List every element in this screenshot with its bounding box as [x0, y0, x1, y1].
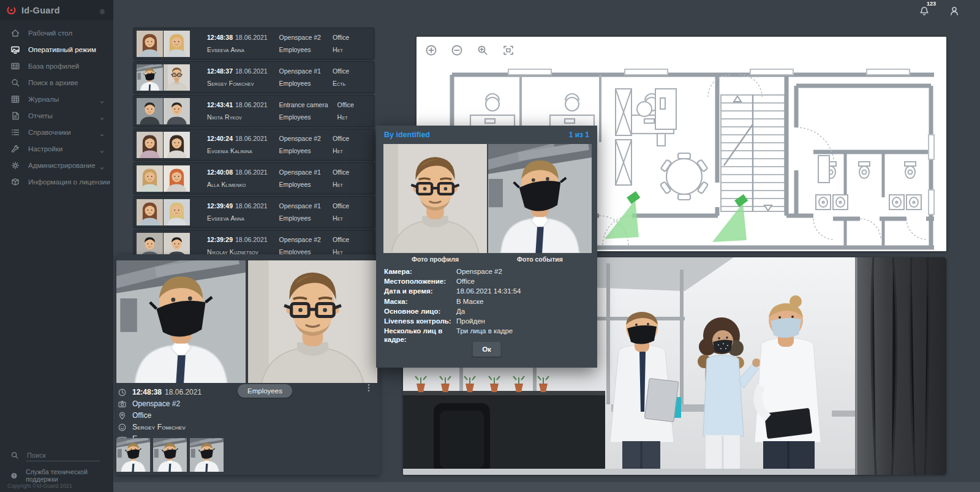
kebab-menu-icon[interactable]: [366, 140, 374, 149]
event-row-4[interactable]: 12:40:2418.06.2021 Evgenia Kalinina Open…: [134, 129, 374, 161]
face-icon: [195, 147, 203, 155]
zoom-in-icon[interactable]: [425, 44, 437, 56]
sidebar-item-2[interactable]: Оперативный режим: [0, 41, 113, 58]
search-icon: [10, 451, 19, 460]
person-name: Evseeva Anna: [207, 214, 244, 222]
camera-icon: [268, 135, 276, 143]
location-pin-icon: [326, 101, 334, 109]
kebab-menu-icon[interactable]: [366, 173, 374, 183]
horizontal-scrollbar[interactable]: [113, 482, 980, 492]
person-name: Evseeva Anna: [207, 46, 244, 53]
mask-status: Нет: [333, 214, 343, 222]
camera-name: Openspace #2: [279, 236, 321, 243]
detail-location: Office: [132, 411, 151, 420]
profile-photo: [164, 199, 190, 225]
event-photo: [137, 64, 163, 91]
location-name: Office: [333, 67, 349, 75]
event-photo: [137, 165, 163, 192]
event-thumbnail[interactable]: [153, 438, 187, 472]
sidebar-item-5[interactable]: Журналы: [0, 91, 113, 107]
modal-field-row: Камера: Openspace #2: [384, 268, 589, 276]
chevron-down-icon: [99, 113, 105, 118]
clock-icon: [118, 388, 127, 397]
kebab-menu-icon[interactable]: [366, 207, 374, 217]
fit-screen-icon[interactable]: [502, 44, 514, 56]
face-icon: [195, 80, 203, 88]
group-name: Employees: [279, 181, 311, 188]
person-name: Evgenia Kalinina: [207, 147, 252, 154]
event-row-5[interactable]: 12:40:0818.06.2021 Alla Klimenko Openspa…: [134, 162, 374, 194]
sidebar-item-9[interactable]: Администрирование: [0, 157, 113, 173]
camera-icon: [268, 67, 276, 75]
person-name: Nikita Rykov: [207, 113, 242, 121]
event-row-photos: [137, 132, 190, 158]
event-thumbnail[interactable]: [190, 438, 224, 472]
face-icon: [195, 214, 203, 222]
sidebar-item-7[interactable]: Справочники: [0, 124, 113, 140]
sidebar-gear-icon[interactable]: [99, 7, 106, 14]
modal-counter: 1 из 1: [569, 131, 589, 139]
chevron-down-icon: [99, 129, 105, 135]
kebab-menu-icon[interactable]: [367, 106, 374, 116]
sidebar-item-1[interactable]: Рабочий стол: [0, 25, 113, 41]
camera-name: Openspace #1: [279, 168, 321, 176]
face-icon: [118, 423, 127, 432]
modal-field-row: Liveness контроль: Пройден: [384, 317, 589, 325]
sidebar-item-4[interactable]: Поиск в архиве: [0, 74, 113, 91]
gear-icon: [10, 161, 20, 170]
kebab-menu-icon[interactable]: [364, 383, 374, 393]
sidebar-item-6[interactable]: Отчеты: [0, 107, 113, 124]
bell-icon[interactable]: [919, 6, 930, 17]
camera-icon: [118, 399, 127, 409]
group-badge[interactable]: Employees: [238, 384, 292, 398]
camera-icon: [268, 202, 276, 210]
field-label: Местоположение:: [384, 278, 456, 286]
kebab-menu-icon[interactable]: [366, 39, 374, 48]
clock-icon: [195, 67, 203, 75]
clock-icon: [195, 34, 203, 42]
event-list: 12:48:3818.06.2021 Evseeva Anna Openspac…: [134, 28, 374, 263]
notification-count-badge: 123: [927, 1, 936, 7]
support-link[interactable]: Служба технической поддержки: [0, 468, 113, 483]
event-thumbnail[interactable]: [116, 438, 150, 472]
sidebar-item-3[interactable]: База профилей: [0, 58, 113, 74]
event-thumbnails: [116, 438, 224, 472]
location-name: Office: [333, 236, 349, 243]
zoom-reset-icon[interactable]: [477, 44, 489, 56]
modal-field-row: Маска: В Маске: [384, 298, 589, 306]
user-icon[interactable]: [949, 6, 960, 17]
kebab-menu-icon[interactable]: [366, 72, 374, 82]
location-pin-icon: [321, 67, 329, 75]
event-row-1[interactable]: 12:48:3818.06.2021 Evseeva Anna Openspac…: [134, 28, 374, 59]
event-row-3[interactable]: 12:43:4118.06.2021 Nikita Rykov Entrance…: [134, 95, 374, 127]
location-pin-icon: [321, 236, 329, 244]
event-photo-caption: Фото события: [488, 255, 592, 263]
camera-icon: [268, 236, 276, 244]
field-label: Liveness контроль:: [384, 317, 456, 325]
event-row-6[interactable]: 12:39:4918.06.2021 Evseeva Anna Openspac…: [134, 196, 374, 228]
field-label: Камера:: [384, 268, 456, 276]
sidebar-item-8[interactable]: Настройки: [0, 140, 113, 157]
sidebar-item-10[interactable]: Информация о лицензии: [0, 173, 113, 190]
field-label: Несколько лиц в кадре:: [384, 327, 456, 343]
field-label: Маска:: [384, 298, 456, 306]
sidebar-search-input[interactable]: [26, 450, 100, 461]
group-name: Employees: [279, 214, 311, 222]
event-row-photos: [137, 98, 190, 124]
camera-name: Openspace #2: [279, 34, 321, 41]
ok-button[interactable]: Ок: [472, 342, 501, 357]
field-value: Openspace #2: [456, 268, 502, 276]
event-row-2[interactable]: 12:48:3718.06.2021 Sergey Fomichev Opens…: [134, 61, 374, 93]
profile-photo: [164, 31, 190, 57]
camera-icon: [268, 34, 276, 42]
modal-title: By identified: [384, 131, 430, 139]
modal-field-row: Основное лицо: Да: [384, 308, 589, 316]
profile-photo-large[interactable]: [248, 260, 377, 383]
sidebar-nav: Рабочий стол Оперативный режим База проф…: [0, 25, 113, 190]
mask-icon: [326, 113, 334, 121]
event-row-photos: [137, 64, 190, 91]
kebab-menu-icon[interactable]: [366, 241, 374, 251]
event-photo-large[interactable]: [116, 260, 246, 383]
camera-icon: [268, 168, 276, 176]
zoom-out-icon[interactable]: [451, 44, 463, 56]
